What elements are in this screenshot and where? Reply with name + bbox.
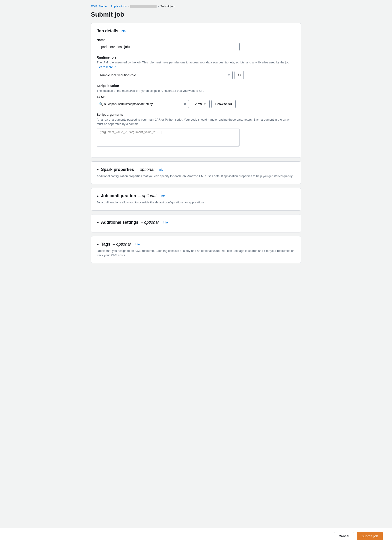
refresh-role-button[interactable]: ↻ [235, 71, 244, 79]
breadcrumb-applications[interactable]: Applications [110, 5, 127, 8]
script-location-description: The location of the main JAR or Python s… [97, 89, 295, 93]
spark-properties-optional: – optional [136, 167, 154, 172]
breadcrumb: EMR Studio › Applications › 00██████████… [91, 5, 301, 8]
spark-properties-title: Spark properties [101, 167, 134, 172]
clear-s3-icon[interactable]: ✕ [184, 102, 187, 106]
runtime-role-label: Runtime role [97, 56, 295, 59]
footer-bar: Cancel Submit job [0, 528, 392, 544]
refresh-icon: ↻ [238, 73, 241, 78]
tags-description: Labels that you assign to an AWS resourc… [97, 248, 295, 258]
script-args-field-group: Script arguments An array of arguments p… [97, 113, 295, 147]
name-field-group: Name [97, 38, 295, 51]
page-title: Submit job [91, 11, 301, 18]
script-args-input[interactable] [97, 128, 240, 147]
job-configuration-description: Job configurations allow you to override… [97, 200, 295, 205]
breadcrumb-sep-2: › [128, 5, 129, 8]
job-configuration-optional: – optional [138, 194, 156, 198]
job-details-title: Job details [97, 29, 118, 33]
job-configuration-section: ▶ Job configuration – optional Info Job … [91, 188, 301, 211]
breadcrumb-emr-studio[interactable]: EMR Studio [91, 5, 107, 8]
tags-header[interactable]: ▶ Tags – optional Info [97, 242, 295, 247]
breadcrumb-app-id[interactable]: 00██████████l [130, 5, 156, 8]
script-args-description: An array of arguments passed to your mai… [97, 117, 295, 126]
job-configuration-arrow-icon: ▶ [97, 194, 99, 198]
spark-properties-section: ▶ Spark properties – optional Info Addit… [91, 161, 301, 184]
job-configuration-header[interactable]: ▶ Job configuration – optional Info [97, 194, 295, 198]
s3-uri-input-wrapper: 🔍 ✕ [97, 100, 189, 108]
additional-settings-info-link[interactable]: Info [163, 221, 168, 224]
spark-properties-info-link[interactable]: Info [158, 168, 163, 171]
browse-s3-button[interactable]: Browse S3 [211, 100, 236, 108]
tags-title: Tags [101, 242, 110, 247]
tags-arrow-icon: ▶ [97, 242, 99, 246]
runtime-role-select[interactable]: sampleJobExecutionRole [97, 71, 233, 79]
cancel-button[interactable]: Cancel [334, 532, 354, 540]
additional-settings-optional: – optional [141, 220, 159, 225]
job-details-section: Job details Info Name Runtime role The I… [91, 23, 301, 158]
tags-section: ▶ Tags – optional Info Labels that you a… [91, 236, 301, 263]
browse-s3-label: Browse S3 [215, 102, 232, 106]
view-external-icon: ↗ [203, 102, 206, 106]
spark-properties-arrow-icon: ▶ [97, 168, 99, 171]
view-button[interactable]: View ↗ [191, 100, 210, 108]
runtime-role-row: sampleJobExecutionRole ▼ ↻ [97, 71, 295, 79]
additional-settings-title: Additional settings [101, 220, 138, 225]
name-input[interactable] [97, 43, 240, 51]
script-args-label: Script arguments [97, 113, 295, 117]
runtime-role-description: The IAM role assumed by the job. This ro… [97, 60, 295, 69]
name-label: Name [97, 38, 295, 42]
breadcrumb-sep-3: › [158, 5, 159, 8]
additional-settings-header[interactable]: ▶ Additional settings – optional Info [97, 220, 295, 225]
job-configuration-title: Job configuration [101, 194, 136, 198]
s3-uri-input[interactable] [97, 100, 189, 108]
learn-more-link[interactable]: Learn more [98, 65, 113, 69]
breadcrumb-current: Submit job [160, 5, 174, 8]
submit-job-button[interactable]: Submit job [357, 532, 383, 540]
spark-properties-header[interactable]: ▶ Spark properties – optional Info [97, 167, 295, 172]
job-configuration-info-link[interactable]: Info [160, 194, 166, 198]
spark-properties-description: Additional configuration properties that… [97, 174, 295, 178]
external-link-icon: ↗ [114, 66, 116, 69]
job-details-header: Job details Info [97, 29, 295, 33]
tags-info-link[interactable]: Info [135, 242, 140, 246]
view-label: View [195, 102, 202, 106]
script-location-label: Script location [97, 84, 295, 88]
script-location-field-group: Script location The location of the main… [97, 84, 295, 108]
additional-settings-arrow-icon: ▶ [97, 221, 99, 224]
tags-optional: – optional [113, 242, 131, 247]
additional-settings-section: ▶ Additional settings – optional Info [91, 214, 301, 232]
runtime-role-select-wrapper: sampleJobExecutionRole ▼ [97, 71, 233, 79]
job-details-info-link[interactable]: Info [121, 29, 126, 33]
s3-uri-label: S3 URI [97, 95, 295, 99]
runtime-role-field-group: Runtime role The IAM role assumed by the… [97, 56, 295, 79]
breadcrumb-sep-1: › [108, 5, 109, 8]
s3-uri-row: 🔍 ✕ View ↗ Browse S3 [97, 100, 295, 108]
